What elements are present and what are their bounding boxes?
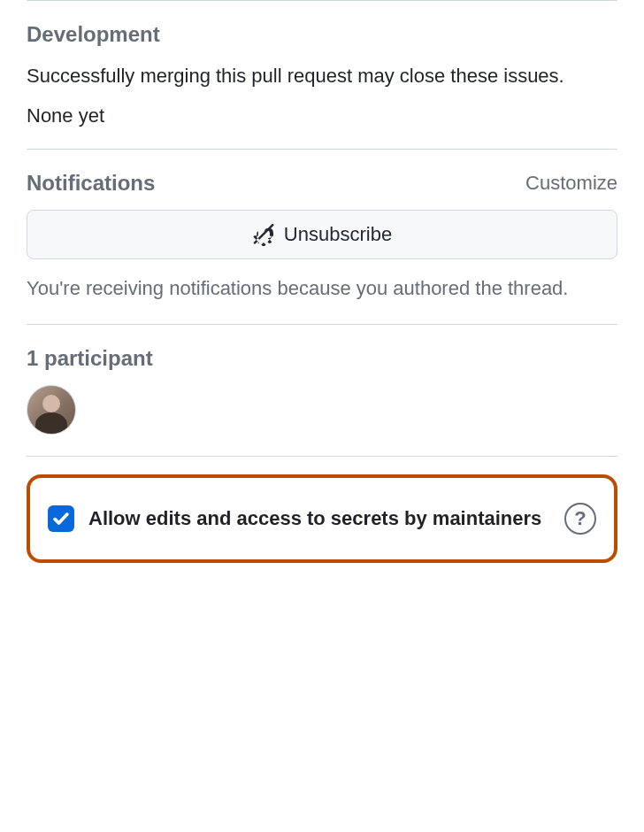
allow-edits-section: Allow edits and access to secrets by mai… xyxy=(27,474,617,563)
participants-title: 1 participant xyxy=(27,346,617,371)
participants-section: 1 participant xyxy=(27,324,617,456)
notification-reason: You're receiving notifications because y… xyxy=(27,273,617,303)
development-section: Development Successfully merging this pu… xyxy=(27,0,617,149)
development-title: Development xyxy=(27,22,617,47)
allow-edits-checkbox[interactable] xyxy=(48,505,74,532)
notifications-title: Notifications xyxy=(27,171,155,196)
customize-link[interactable]: Customize xyxy=(525,172,617,195)
notifications-section: Notifications Customize Unsubscribe You'… xyxy=(27,149,617,324)
bell-slash-icon xyxy=(252,223,275,246)
allow-edits-wrapper: Allow edits and access to secrets by mai… xyxy=(27,456,617,570)
development-status: None yet xyxy=(27,104,617,127)
unsubscribe-label: Unsubscribe xyxy=(284,223,392,246)
help-symbol: ? xyxy=(574,507,586,530)
allow-edits-label: Allow edits and access to secrets by mai… xyxy=(88,505,550,533)
help-icon[interactable]: ? xyxy=(564,503,596,535)
check-icon xyxy=(52,510,70,528)
unsubscribe-button[interactable]: Unsubscribe xyxy=(27,210,617,259)
avatar[interactable] xyxy=(27,385,76,435)
development-description: Successfully merging this pull request m… xyxy=(27,61,617,90)
